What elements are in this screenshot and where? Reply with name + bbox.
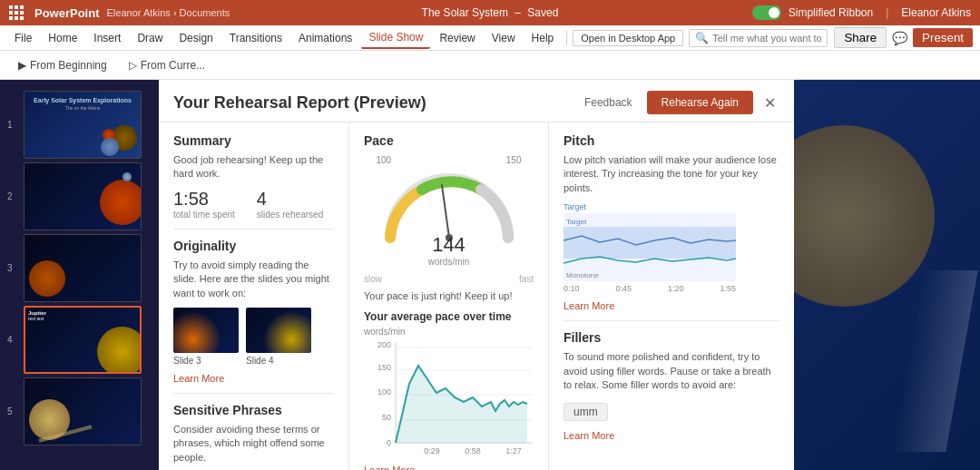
svg-line-0 [442, 185, 449, 238]
menu-animations[interactable]: Animations [291, 28, 359, 48]
slide-thumb-5[interactable]: 5 [7, 377, 152, 446]
slides-value: 4 [257, 189, 323, 210]
pitch-target-label: Target [564, 202, 586, 211]
sidebar: 1 Early Solar System Explorations The on… [0, 80, 159, 470]
pace-slow-label: slow [364, 274, 382, 284]
menu-transitions[interactable]: Transitions [222, 28, 289, 48]
search-input[interactable] [712, 33, 821, 44]
content-area: Your Rehearsal Report (Preview) Feedback… [159, 80, 980, 470]
title-bar-right: Simplified Ribbon | Eleanor Atkins [752, 5, 971, 20]
pitch-x-0: 0:10 [564, 284, 580, 293]
slide-preview-4[interactable]: Jupiter text text [24, 306, 142, 374]
slide-thumb-3[interactable]: 3 [7, 234, 152, 302]
slide-num-3: 3 [7, 263, 18, 273]
pitch-svg: Target Monotone [564, 213, 736, 281]
slide-preview-5[interactable] [24, 377, 142, 446]
sensitive-phrases-section: Sensitive Phrases Consider avoiding thes… [173, 403, 334, 465]
from-current-button[interactable]: ▷ From Curre... [122, 55, 212, 75]
pitch-learn-more[interactable]: Learn More [564, 300, 779, 311]
fillers-section: Fillers To sound more polished and confi… [564, 330, 779, 441]
menu-search-box[interactable]: 🔍 [689, 29, 828, 47]
menu-insert[interactable]: Insert [86, 28, 128, 48]
feedback-button[interactable]: Feedback [577, 93, 640, 113]
pitch-chart: Target Target [564, 202, 779, 293]
menu-slideshow[interactable]: Slide Show [361, 27, 430, 49]
pitch-x-labels: 0:10 0:45 1:20 1:55 [564, 284, 736, 293]
menu-design[interactable]: Design [172, 28, 220, 48]
slide-preview-2[interactable] [24, 162, 142, 230]
slide-thumb-4[interactable]: 4 Jupiter text text [7, 306, 152, 374]
pitch-text: Low pitch variation will make your audie… [564, 153, 779, 195]
pace-caption: Your pace is just right! Keep it up! [364, 289, 534, 303]
document-title-area: The Solar System – Saved [422, 6, 559, 19]
pace-value: 144 [432, 233, 466, 257]
slide-num-5: 5 [7, 406, 18, 416]
slide-num-1: 1 [7, 120, 18, 130]
comments-icon[interactable]: 💬 [888, 31, 911, 45]
pace-unit: words/min [428, 257, 470, 267]
from-beginning-button[interactable]: ▶ From Beginning [11, 55, 114, 75]
from-beginning-label: From Beginning [30, 59, 107, 72]
pace-chart-title: Your average pace over time [364, 310, 534, 323]
report-col-1: Summary Good job rehearsing! Keep up the… [159, 122, 349, 470]
slide-preview-1[interactable]: Early Solar System Explorations The on t… [24, 91, 142, 159]
svg-text:Monotone: Monotone [566, 271, 599, 279]
originality-slides: Slide 3 Slide 4 [173, 308, 334, 366]
simplified-ribbon-label: Simplified Ribbon [789, 6, 873, 19]
title-bar: PowerPoint Eleanor Atkins › Documents Th… [0, 0, 980, 25]
pitch-x-2: 1:20 [668, 284, 684, 293]
svg-text:Target: Target [566, 218, 587, 226]
toolbar: ▶ From Beginning ▷ From Curre... [0, 51, 980, 80]
menu-home[interactable]: Home [41, 28, 84, 48]
summary-section: Summary Good job rehearsing! Keep up the… [173, 133, 334, 220]
app-grid-icon[interactable] [9, 5, 24, 20]
sensitive-text: Consider avoiding these terms or phrases… [173, 423, 334, 465]
svg-rect-18 [564, 227, 736, 259]
breadcrumb: Eleanor Atkins › Documents [107, 7, 230, 18]
pace-fast-label: fast [519, 274, 534, 284]
menu-help[interactable]: Help [524, 28, 562, 48]
pace-gauge: 100 150 [364, 155, 534, 267]
slide-thumb-1[interactable]: 1 Early Solar System Explorations The on… [7, 91, 152, 159]
play-current-icon: ▷ [129, 59, 137, 72]
report-content: Summary Good job rehearsing! Keep up the… [159, 122, 794, 470]
gauge-label-100: 100 [377, 155, 392, 165]
slide-preview-3[interactable] [24, 234, 142, 302]
main-layout: 1 Early Solar System Explorations The on… [0, 80, 980, 470]
rehearse-again-button[interactable]: Rehearse Again [647, 91, 753, 114]
report-modal: Your Rehearsal Report (Preview) Feedback… [159, 80, 980, 470]
originality-title: Originality [173, 239, 334, 253]
svg-text:0:58: 0:58 [465, 446, 481, 455]
filler-word-umm: umm [564, 403, 608, 421]
report-title: Your Rehearsal Report (Preview) [173, 93, 426, 113]
open-desktop-button[interactable]: Open in Desktop App [573, 30, 683, 46]
sensitive-title: Sensitive Phrases [173, 403, 334, 417]
fillers-text: To sound more polished and confident, tr… [564, 350, 779, 392]
orig-slide-4: Slide 4 [246, 308, 311, 366]
pace-learn-more[interactable]: Learn More [364, 465, 534, 470]
orig-slide-4-img [246, 308, 311, 353]
svg-text:150: 150 [377, 363, 391, 372]
originality-learn-more[interactable]: Learn More [173, 373, 334, 384]
menu-view[interactable]: View [485, 28, 523, 48]
orig-slide-3-img [173, 308, 239, 353]
slide-thumb-2[interactable]: 2 [7, 162, 152, 230]
share-button[interactable]: Share [834, 27, 887, 48]
menu-draw[interactable]: Draw [130, 28, 170, 48]
slides-stat: 4 slides rehearsed [257, 189, 323, 220]
report-header-actions: Feedback Rehearse Again ✕ [577, 91, 779, 114]
present-button[interactable]: Present [913, 28, 973, 47]
simplified-ribbon-toggle[interactable] [752, 5, 781, 20]
menu-separator [566, 31, 567, 45]
orig-slide-3: Slide 3 [173, 308, 239, 366]
fillers-learn-more[interactable]: Learn More [564, 430, 779, 441]
originality-text: Try to avoid simply reading the slide. H… [173, 259, 334, 300]
menu-file[interactable]: File [7, 28, 39, 48]
pace-chart-svg: 0 50 100 150 200 [364, 338, 536, 456]
time-value: 1:58 [173, 189, 235, 210]
pitch-legend: Target [564, 202, 779, 211]
svg-text:200: 200 [377, 340, 391, 349]
close-button[interactable]: ✕ [760, 94, 779, 112]
report-header: Your Rehearsal Report (Preview) Feedback… [159, 80, 794, 122]
menu-review[interactable]: Review [432, 28, 482, 48]
